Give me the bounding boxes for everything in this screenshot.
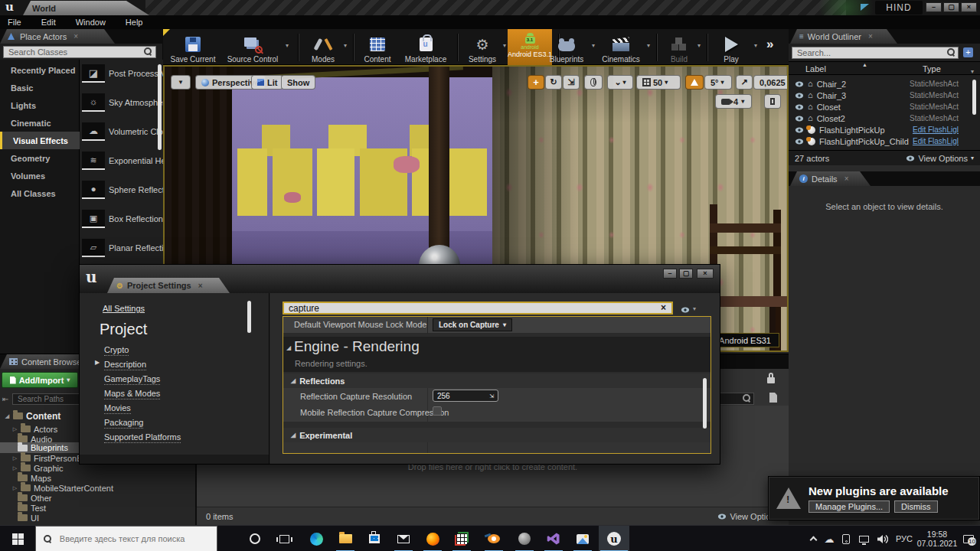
category-all-classes[interactable]: All Classes: [0, 184, 80, 202]
outliner-row[interactable]: FlashLightPickUpEdit FlashLigl: [789, 124, 971, 135]
show-button[interactable]: Show: [281, 75, 315, 90]
close-button[interactable]: ×: [961, 2, 977, 12]
save-filter-icon[interactable]: [769, 393, 777, 403]
resolution-expand-icon[interactable]: ⇲: [489, 393, 494, 399]
settings-nav-gameplaytags[interactable]: GameplayTags: [104, 374, 160, 385]
place-actors-tab[interactable]: Place Actors ×: [0, 29, 115, 44]
mouse-lock-dropdown[interactable]: Lock on Capture▾: [433, 318, 512, 331]
category-volumes[interactable]: Volumes: [0, 167, 80, 184]
category-basic[interactable]: Basic: [0, 79, 80, 96]
category-recently-placed[interactable]: Recently Placed: [0, 61, 80, 79]
collapse-sources-icon[interactable]: ⇤: [2, 395, 8, 403]
menu-window[interactable]: Window: [76, 18, 106, 27]
tray-onedrive[interactable]: ☁: [821, 526, 838, 551]
settings-search-input[interactable]: [283, 302, 673, 315]
window-titlebar[interactable]: u World HIND – ▢ ×: [0, 0, 980, 15]
outliner-row[interactable]: ⌂ Closet2StaticMeshAct: [789, 112, 971, 124]
clear-search-icon[interactable]: ×: [661, 302, 666, 313]
tray-network[interactable]: [854, 526, 873, 551]
cube-app-button[interactable]: [447, 526, 476, 551]
visibility-eye-icon[interactable]: [795, 116, 803, 121]
section-collapse-icon[interactable]: ◢: [286, 344, 291, 351]
rotate-tool-button[interactable]: ↻: [545, 75, 562, 90]
edit-blueprint-link[interactable]: Edit FlashLigl: [913, 126, 959, 134]
scale-snap-value[interactable]: 0,0625▾: [753, 75, 789, 90]
level-tab-world[interactable]: World: [23, 1, 149, 15]
outliner-search-input[interactable]: [792, 47, 959, 59]
edge-button[interactable]: [302, 526, 331, 551]
scale-tool-button[interactable]: ⇲: [563, 75, 580, 90]
source-control-caret-icon[interactable]: ▾: [286, 42, 289, 49]
source-control-button[interactable]: Source Control: [223, 31, 283, 64]
surface-snap-button[interactable]: ⌄▾: [607, 75, 633, 90]
group-collapse-icon[interactable]: ◢: [291, 432, 296, 439]
category-lights[interactable]: Lights: [0, 96, 80, 114]
world-local-toggle[interactable]: [584, 75, 603, 90]
toolbar-overflow-chevron[interactable]: »: [766, 37, 773, 52]
outliner-row[interactable]: FlashLightPickUp_ChildEdit FlashLigl: [789, 135, 971, 147]
unreal-engine-button[interactable]: u: [599, 526, 629, 551]
place-actors-close-icon[interactable]: ×: [74, 32, 78, 41]
all-settings-link[interactable]: All Settings: [103, 304, 145, 313]
settings-caret-icon[interactable]: ▾: [503, 42, 506, 49]
placeable-height-fog[interactable]: ≋ Exponential He: [82, 152, 166, 170]
settings-tab-close-icon[interactable]: ×: [198, 282, 203, 290]
cortana-button[interactable]: [240, 526, 270, 551]
menu-file[interactable]: File: [8, 18, 21, 27]
placeable-volumetric-cloud[interactable]: ☁ Volumetric Clo: [82, 122, 163, 141]
world-outliner-tab[interactable]: ≡ World Outliner ×: [790, 29, 897, 44]
blender-button[interactable]: [479, 526, 508, 551]
menu-edit[interactable]: Edit: [41, 18, 56, 27]
expand-collapsed-icon[interactable]: ▷: [12, 465, 18, 471]
blueprints-button[interactable]: Blueprints: [543, 31, 590, 64]
outliner-row[interactable]: ⌂ Chair_3StaticMeshAct: [789, 90, 971, 101]
visibility-eye-icon[interactable]: [795, 139, 803, 144]
lit-button[interactable]: Lit: [251, 75, 283, 90]
firefox-button[interactable]: [418, 526, 447, 551]
type-filter-caret-icon[interactable]: ▾: [971, 69, 974, 75]
minimize-button[interactable]: –: [926, 2, 942, 12]
settings-nav-description[interactable]: Description: [104, 360, 146, 370]
tree-item-ui[interactable]: UI: [0, 513, 193, 523]
project-settings-window[interactable]: u ⚙ Project Settings × – ▢ × All Setting…: [79, 264, 720, 465]
maximize-viewport-button[interactable]: [764, 94, 781, 109]
outliner-view-options-button[interactable]: View Options▾: [906, 154, 974, 163]
manage-plugins-button[interactable]: Manage Plugins...: [808, 500, 890, 513]
store-button[interactable]: [360, 526, 389, 551]
category-visual-effects[interactable]: Visual Effects: [0, 132, 80, 149]
category-geometry[interactable]: Geometry: [0, 149, 80, 167]
rotation-snap-icon-button[interactable]: [685, 75, 704, 90]
settings-nav-crypto[interactable]: Crypto: [104, 345, 129, 356]
engine-rendering-header[interactable]: ◢ Engine - Rendering Rendering settings.: [283, 337, 710, 372]
tree-item-mobilestartercontent[interactable]: ▷MobileStarterContent: [0, 483, 193, 493]
tray-volume[interactable]: [873, 526, 891, 551]
grid-snap-button[interactable]: 50▾: [636, 75, 681, 90]
visibility-eye-icon[interactable]: [795, 104, 803, 109]
tree-item-test[interactable]: Test: [0, 503, 193, 513]
settings-visibility-caret-icon[interactable]: ▾: [693, 306, 696, 312]
visibility-eye-icon[interactable]: [795, 127, 803, 132]
camera-speed-pill2[interactable]: 4▾: [715, 94, 752, 109]
outliner-col-label[interactable]: Label: [805, 64, 826, 73]
settings-nav-packaging[interactable]: Packaging: [104, 418, 143, 429]
experimental-group-header[interactable]: ◢ Experimental: [283, 428, 710, 442]
menu-help[interactable]: Help: [126, 18, 143, 27]
settings-maximize-button[interactable]: ▢: [679, 269, 693, 279]
modes-button[interactable]: Modes: [304, 31, 342, 64]
placeable-planar-reflection[interactable]: ▱ Planar Reflecti: [82, 239, 164, 257]
settings-nav-supported-platforms[interactable]: Supported Platforms: [104, 432, 181, 443]
project-settings-tab[interactable]: ⚙ Project Settings ×: [107, 278, 230, 293]
build-caret-icon[interactable]: ▾: [697, 42, 701, 49]
expand-open-icon[interactable]: ◢: [5, 413, 10, 419]
marketplace-button[interactable]: Marketplace: [400, 31, 451, 64]
search-paths-input[interactable]: [12, 393, 80, 405]
action-center-button[interactable]: 10: [959, 526, 978, 551]
settings-close-button[interactable]: ×: [697, 269, 714, 279]
build-button[interactable]: Build: [662, 31, 696, 64]
maximize-button[interactable]: ▢: [943, 2, 959, 12]
taskbar-search[interactable]: [35, 526, 217, 551]
visual-studio-button[interactable]: [539, 526, 568, 551]
sort-ascending-icon[interactable]: ▲: [862, 62, 867, 67]
settings-minimize-button[interactable]: –: [663, 269, 677, 279]
rotation-snap-value[interactable]: 5°▾: [704, 75, 732, 90]
